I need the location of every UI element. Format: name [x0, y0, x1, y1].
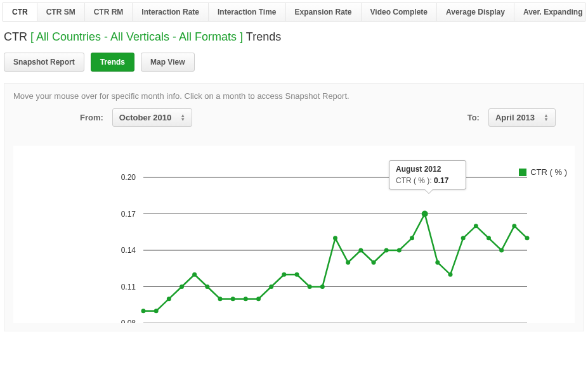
svg-point-38 — [499, 248, 504, 253]
tooltip-label: CTR ( % ): — [396, 176, 434, 185]
svg-point-27 — [358, 248, 363, 253]
tab-ctr[interactable]: CTR — [3, 3, 37, 21]
svg-point-26 — [346, 260, 350, 265]
svg-text:0.11: 0.11 — [121, 283, 136, 291]
svg-text:0.08: 0.08 — [121, 319, 136, 323]
svg-text:0.17: 0.17 — [121, 210, 136, 219]
tab-interaction-time[interactable]: Interaction Time — [209, 3, 285, 21]
svg-point-32 — [422, 211, 428, 217]
view-snapshot-report[interactable]: Snapshot Report — [4, 53, 84, 72]
to-value: April 2013 — [495, 113, 535, 122]
page-title: CTR [ All Countries - All Verticals - Al… — [4, 30, 584, 44]
from-label: From: — [80, 113, 103, 122]
svg-point-23 — [308, 284, 312, 289]
svg-point-12 — [167, 297, 171, 301]
chart-tooltip: August 2012 CTR ( % ): 0.17 — [389, 160, 466, 189]
svg-point-34 — [448, 272, 453, 277]
from-value: October 2010 — [119, 113, 171, 122]
svg-point-39 — [512, 224, 516, 228]
date-range-row: From: October 2010 ▲▼ To: April 2013 ▲▼ — [13, 108, 575, 127]
tab-expansion-rate[interactable]: Expansion Rate — [286, 3, 362, 21]
svg-point-18 — [244, 297, 248, 301]
to-label: To: — [467, 113, 480, 122]
svg-point-28 — [372, 260, 376, 265]
svg-point-10 — [141, 309, 146, 313]
svg-point-21 — [282, 272, 286, 277]
svg-point-16 — [218, 297, 223, 301]
svg-point-24 — [320, 284, 325, 289]
title-filters: [ All Countries - All Verticals - All Fo… — [30, 30, 243, 43]
svg-point-29 — [384, 248, 389, 253]
tab-video-complete[interactable]: Video Complete — [362, 3, 437, 21]
tab-ctr-sm[interactable]: CTR SM — [37, 3, 85, 21]
view-buttons: Snapshot ReportTrendsMap View — [4, 53, 584, 72]
title-suffix: Trends — [246, 30, 281, 43]
view-map-view[interactable]: Map View — [141, 53, 194, 72]
svg-point-19 — [256, 297, 261, 301]
legend-swatch — [519, 169, 526, 176]
svg-point-31 — [410, 236, 414, 240]
svg-text:0.20: 0.20 — [121, 173, 136, 182]
to-select[interactable]: April 2013 ▲▼ — [488, 108, 556, 127]
tab-interaction-rate[interactable]: Interaction Rate — [133, 3, 209, 21]
svg-point-15 — [205, 284, 209, 289]
svg-point-33 — [435, 260, 440, 265]
svg-text:0.14: 0.14 — [121, 246, 136, 255]
tab-average-display[interactable]: Average Display — [437, 3, 514, 21]
svg-point-13 — [180, 284, 184, 289]
chart-panel: Move your mouse over for specific month … — [4, 83, 584, 331]
tooltip-value: 0.17 — [434, 176, 448, 185]
svg-point-35 — [461, 236, 466, 240]
hint-text: Move your mouse over for specific month … — [13, 91, 575, 101]
svg-point-25 — [333, 236, 337, 240]
chart-svg[interactable]: 0.080.110.140.170.20 — [13, 158, 575, 323]
stepper-icon: ▲▼ — [544, 114, 549, 122]
svg-point-40 — [525, 236, 530, 240]
legend: CTR ( % ) — [519, 167, 567, 177]
svg-point-22 — [295, 272, 299, 277]
svg-point-11 — [154, 309, 159, 313]
tab-aver-expanding[interactable]: Aver. Expanding — [514, 3, 588, 21]
svg-point-36 — [474, 224, 478, 228]
stepper-icon: ▲▼ — [180, 114, 185, 122]
title-metric: CTR — [4, 30, 27, 43]
svg-point-37 — [487, 236, 491, 240]
chart-area: CTR ( % ) August 2012 CTR ( % ): 0.17 0.… — [13, 146, 575, 323]
metric-tabs: CTRCTR SMCTR RMInteraction RateInteracti… — [3, 3, 585, 22]
from-select[interactable]: October 2010 ▲▼ — [112, 108, 192, 127]
legend-label: CTR ( % ) — [530, 167, 567, 177]
tooltip-row: CTR ( % ): 0.17 — [396, 176, 459, 185]
svg-point-17 — [231, 297, 235, 301]
svg-point-14 — [192, 272, 197, 277]
tab-ctr-rm[interactable]: CTR RM — [85, 3, 133, 21]
tooltip-title: August 2012 — [396, 165, 459, 174]
view-trends[interactable]: Trends — [91, 53, 134, 72]
svg-point-20 — [269, 284, 273, 289]
svg-point-30 — [397, 248, 402, 253]
